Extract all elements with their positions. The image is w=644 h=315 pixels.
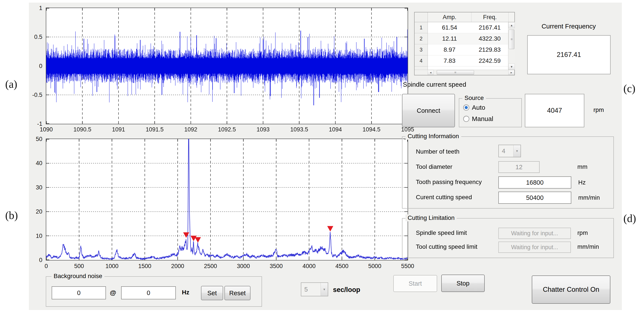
background-noise-frequency-field[interactable]: 0 bbox=[121, 286, 176, 299]
tick-label: 1 bbox=[20, 4, 42, 12]
current-cutting-speed-label: Curent cutting speed bbox=[416, 194, 472, 201]
tick-label: 1091 bbox=[103, 126, 134, 133]
tick-label: 1094 bbox=[320, 126, 350, 133]
tick-label: 2500 bbox=[195, 262, 226, 270]
current-frequency-value: 2167.41 bbox=[527, 35, 610, 74]
spindle-speed-limit-unit: rpm bbox=[577, 229, 588, 236]
row-header-column: 1 2 3 4 bbox=[414, 22, 428, 70]
scroll-down-icon[interactable]: ▼ bbox=[508, 64, 515, 70]
row-header[interactable]: 2 bbox=[414, 33, 428, 44]
tick-label: 1094.5 bbox=[356, 126, 387, 133]
row-header[interactable]: 1 bbox=[414, 22, 428, 33]
tool-cutting-speed-limit-unit: mm/min bbox=[577, 243, 599, 250]
chatter-control-app: (a) (b) (c) (d) Amp. Freq. 1 2 3 4 61.54 bbox=[0, 0, 644, 315]
source-manual-radio[interactable]: Manual bbox=[463, 115, 493, 123]
background-noise-amplitude-field[interactable]: 0 bbox=[52, 286, 106, 299]
tick-label: -1 bbox=[20, 120, 42, 128]
number-of-teeth-value: 4 bbox=[499, 145, 513, 157]
reset-button[interactable]: Reset bbox=[224, 286, 250, 300]
tick-label: 1093 bbox=[248, 126, 278, 133]
freq-cell[interactable]: 4322.30 bbox=[471, 33, 508, 44]
freq-cell[interactable]: 2167.41 bbox=[471, 22, 508, 33]
tick-label: 4000 bbox=[294, 262, 324, 270]
scroll-right-icon[interactable]: ► bbox=[508, 70, 514, 75]
tick-label: -0.5 bbox=[20, 91, 42, 99]
tooth-passing-frequency-field[interactable]: 16800 bbox=[498, 176, 571, 189]
scroll-up-icon[interactable]: ▲ bbox=[508, 22, 515, 28]
figure-label-d: (d) bbox=[624, 212, 636, 225]
source-group: Source Auto Manual bbox=[459, 98, 522, 127]
tick-label: 1090.5 bbox=[67, 126, 98, 133]
row-header[interactable]: 3 bbox=[414, 44, 428, 55]
spindle-speed-limit-label: Spindle speed limit bbox=[416, 229, 467, 236]
tick-label: 10 bbox=[20, 232, 42, 240]
tool-cutting-speed-limit-field[interactable]: Waiting for input... bbox=[498, 242, 571, 253]
dropdown-arrow-icon: ▼ bbox=[513, 145, 520, 157]
spindle-current-speed-label: Spindle current speed bbox=[403, 81, 466, 88]
sec-per-loop-dropdown[interactable]: 5 ▼ bbox=[301, 282, 328, 296]
tick-label: 2000 bbox=[162, 262, 193, 270]
tool-diameter-label: Tool diameter bbox=[416, 163, 452, 170]
horizontal-scrollbar[interactable]: ◄ ≡ ► bbox=[414, 70, 514, 75]
connect-button[interactable]: Connect bbox=[402, 94, 455, 127]
tick-label: 50 bbox=[20, 135, 42, 143]
current-frequency-label: Current Frequency bbox=[530, 23, 608, 30]
thumb-grip-icon: ≡ bbox=[454, 72, 457, 73]
column-header-freq[interactable]: Freq. bbox=[472, 12, 508, 22]
time-plot bbox=[46, 8, 408, 124]
radio-unselected-icon bbox=[463, 116, 469, 122]
spectrum-plot bbox=[46, 139, 408, 260]
source-auto-radio[interactable]: Auto bbox=[463, 104, 485, 111]
tick-label: 0 bbox=[20, 62, 42, 70]
spindle-speed-limit-field[interactable]: Waiting for input... bbox=[498, 228, 571, 239]
background-noise-unit: Hz bbox=[182, 289, 189, 296]
vertical-scrollbar-thumb[interactable]: ≡ bbox=[509, 30, 514, 49]
tick-label: 3000 bbox=[228, 262, 258, 270]
at-symbol: @ bbox=[110, 289, 116, 296]
row-header[interactable]: 4 bbox=[414, 55, 428, 67]
amp-cell[interactable]: 61.54 bbox=[428, 22, 471, 33]
tick-label: 40 bbox=[20, 159, 42, 167]
sec-per-loop-value: 5 bbox=[301, 283, 320, 296]
tool-diameter-field[interactable]: 12 bbox=[498, 161, 540, 173]
tick-label: 1093.5 bbox=[284, 126, 314, 133]
dropdown-arrow-icon: ▼ bbox=[320, 283, 328, 296]
scroll-left-icon[interactable]: ◄ bbox=[428, 70, 434, 75]
time-plot-canvas bbox=[46, 8, 408, 124]
tick-label: 5000 bbox=[360, 262, 390, 270]
column-header-amp[interactable]: Amp. bbox=[428, 12, 472, 22]
tick-label: 0.5 bbox=[20, 33, 42, 41]
tick-label: 3500 bbox=[261, 262, 292, 270]
stop-button[interactable]: Stop bbox=[441, 275, 485, 292]
source-group-title: Source bbox=[462, 95, 486, 101]
tick-label: 500 bbox=[64, 262, 94, 270]
tooth-passing-frequency-label: Tooth passing frequency bbox=[416, 179, 482, 186]
radio-selected-icon bbox=[463, 105, 469, 111]
number-of-teeth-label: Number of teeth bbox=[416, 148, 460, 155]
freq-cell[interactable]: 2242.59 bbox=[471, 55, 508, 66]
tick-label: 1092 bbox=[176, 126, 206, 133]
freq-cell[interactable]: 2129.83 bbox=[471, 44, 508, 55]
cutting-limitation-title: Cutting Limitation bbox=[406, 214, 457, 221]
tool-cutting-speed-limit-label: Tool cutting speed limit bbox=[416, 243, 477, 250]
table-row: 7.83 2242.59 bbox=[428, 55, 508, 67]
set-button[interactable]: Set bbox=[201, 286, 223, 300]
chatter-control-button[interactable]: Chatter Control On bbox=[532, 275, 610, 304]
amp-cell[interactable]: 8.97 bbox=[428, 44, 471, 55]
source-auto-label: Auto bbox=[472, 104, 485, 111]
table-corner-cell bbox=[414, 12, 428, 22]
sec-per-loop-label: sec/loop bbox=[333, 286, 360, 294]
tooth-passing-frequency-unit: Hz bbox=[578, 179, 586, 186]
amp-cell[interactable]: 12.11 bbox=[428, 33, 471, 44]
table-row: 61.54 2167.41 bbox=[428, 22, 508, 33]
tick-label: 5500 bbox=[392, 262, 423, 270]
horizontal-scrollbar-thumb[interactable]: ≡ bbox=[437, 70, 474, 75]
amp-cell[interactable]: 7.83 bbox=[428, 55, 471, 66]
peak-table: Amp. Freq. 1 2 3 4 61.54 2167.41 12.11 4… bbox=[414, 12, 515, 75]
current-cutting-speed-field[interactable]: 50400 bbox=[498, 192, 571, 204]
header-spacer bbox=[508, 12, 514, 22]
vertical-scrollbar[interactable]: ▲ ≡ ▼ bbox=[508, 22, 515, 70]
start-button[interactable]: Start bbox=[393, 275, 437, 292]
tick-label: 20 bbox=[20, 208, 42, 215]
number-of-teeth-dropdown[interactable]: 4 ▼ bbox=[498, 145, 521, 157]
